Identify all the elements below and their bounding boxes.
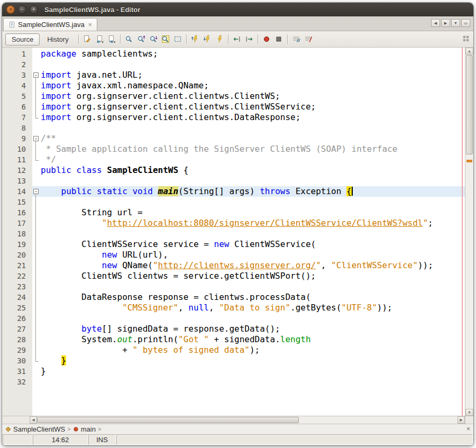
- code-line-1[interactable]: 1package sampleclientws;: [2, 49, 465, 59]
- code-line-6[interactable]: 6import org.signserver.client.clientws.C…: [2, 102, 465, 112]
- source-view-button[interactable]: Source: [5, 33, 40, 45]
- code-text: public static void main(String[] args) t…: [41, 186, 465, 197]
- toolbar-separator: [258, 34, 258, 44]
- toolbar-options-icon[interactable]: [462, 35, 471, 43]
- code-line-10[interactable]: 10 * Sample application calling the Sign…: [2, 144, 465, 154]
- history-view-button[interactable]: History: [41, 34, 74, 45]
- uncomment-icon[interactable]: [303, 33, 314, 45]
- code-line-22[interactable]: 22 ClientWS clientws = service.getClient…: [2, 271, 465, 281]
- error-stripe-mark[interactable]: [466, 160, 472, 162]
- code-line-11[interactable]: 11 */: [2, 154, 465, 165]
- back-icon[interactable]: [94, 33, 105, 45]
- code-line-19[interactable]: 19 ClientWSService service = new ClientW…: [2, 239, 465, 250]
- code-line-21[interactable]: 21 new QName("http://clientws.signserver…: [2, 260, 465, 271]
- find-selection-icon[interactable]: [123, 33, 135, 45]
- code-line-28[interactable]: 28 System.out.println("Got " + signedDat…: [2, 334, 465, 345]
- scroll-left-icon[interactable]: ◀: [30, 416, 37, 424]
- code-lines[interactable]: 1package sampleclientws;23-import java.n…: [2, 48, 465, 416]
- code-line-15[interactable]: 15: [2, 197, 465, 207]
- code-line-20[interactable]: 20 new URL(url),: [2, 250, 465, 260]
- code-token: [] signedData = response.getData();: [102, 324, 280, 334]
- titlebar[interactable]: × − + SampleClientWS.java - Editor: [2, 3, 473, 16]
- toggle-highlight-icon[interactable]: [160, 33, 171, 45]
- code-token: [91, 186, 97, 196]
- horizontal-scrollbar[interactable]: ◀ ▶: [30, 416, 465, 424]
- horizontal-scrollbar-track[interactable]: [37, 416, 457, 424]
- code-line-29[interactable]: 29 + " bytes of signed data");: [2, 345, 465, 355]
- fold-margin[interactable]: -: [32, 133, 41, 144]
- code-line-14[interactable]: 14- public static void main(String[] arg…: [2, 186, 465, 197]
- code-line-9[interactable]: 9-/**: [2, 133, 465, 144]
- tab-sampleclientws[interactable]: SampleClientWS.java ×: [3, 18, 97, 31]
- code-text: import java.net.URL;: [41, 70, 465, 80]
- comment-icon[interactable]: [290, 33, 302, 45]
- fold-margin[interactable]: -: [32, 70, 41, 80]
- window-minimize-button[interactable]: −: [18, 5, 26, 14]
- code-line-27[interactable]: 27 byte[] signedData = response.getData(…: [2, 324, 465, 334]
- code-line-12[interactable]: 12public class SampleClientWS {: [2, 165, 465, 176]
- code-token: http://localhost:8080/signserver/ClientW…: [107, 218, 423, 228]
- previous-bookmark-icon[interactable]: [189, 33, 201, 45]
- tab-list-dropdown-button[interactable]: ▼: [451, 19, 460, 27]
- code-text: [41, 59, 465, 70]
- code-line-18[interactable]: 18: [2, 228, 465, 239]
- scroll-tabs-left-button[interactable]: ◀: [431, 19, 440, 27]
- code-line-31[interactable]: 31}: [2, 366, 465, 377]
- code-token: import: [41, 112, 71, 122]
- scroll-tabs-right-button[interactable]: ▶: [441, 19, 450, 27]
- code-line-8[interactable]: 8: [2, 123, 465, 133]
- toggle-bookmark-icon[interactable]: [214, 33, 225, 45]
- scroll-right-icon[interactable]: ▶: [457, 416, 465, 424]
- fold-collapse-icon[interactable]: -: [33, 189, 39, 194]
- code-text: [41, 123, 465, 133]
- code-line-4[interactable]: 4import javax.xml.namespace.QName;: [2, 80, 465, 91]
- scroll-up-icon[interactable]: ▲: [465, 48, 473, 54]
- code-line-26[interactable]: 26: [2, 313, 465, 324]
- code-token: ": [153, 260, 158, 270]
- find-next-icon[interactable]: [148, 33, 159, 45]
- start-macro-recording-icon[interactable]: [261, 33, 272, 45]
- fold-guide-line: [35, 260, 36, 271]
- breadcrumb-item-class[interactable]: SampleClientWS: [5, 425, 65, 433]
- find-previous-icon[interactable]: [135, 33, 147, 45]
- fold-margin: [32, 355, 41, 366]
- code-line-13[interactable]: 13: [2, 176, 465, 186]
- window-maximize-button[interactable]: +: [30, 5, 38, 14]
- breadcrumb-item-method[interactable]: main: [73, 425, 96, 433]
- fold-collapse-icon[interactable]: -: [33, 72, 39, 78]
- breadcrumb-close-icon[interactable]: ×: [466, 426, 470, 432]
- vertical-scrollbar[interactable]: ▲ ▼: [465, 48, 473, 416]
- horizontal-scrollbar-thumb[interactable]: [37, 417, 299, 423]
- last-edit-icon[interactable]: [81, 33, 93, 45]
- code-line-2[interactable]: 2: [2, 59, 465, 70]
- vertical-scrollbar-thumb[interactable]: [466, 55, 473, 154]
- forward-icon[interactable]: [106, 33, 117, 45]
- code-token: package: [41, 49, 76, 59]
- fold-guide-line: [35, 324, 36, 334]
- vertical-scrollbar-track[interactable]: [465, 54, 473, 409]
- code-line-17[interactable]: 17 "http://localhost:8080/signserver/Cli…: [2, 218, 465, 228]
- code-token: "ClientWSService": [331, 260, 418, 270]
- code-line-23[interactable]: 23: [2, 281, 465, 292]
- stop-macro-recording-icon[interactable]: [273, 33, 285, 45]
- fold-margin[interactable]: -: [32, 186, 41, 197]
- window-close-button[interactable]: ×: [6, 5, 15, 14]
- toggle-rectangular-selection-icon[interactable]: [172, 33, 184, 45]
- code-line-24[interactable]: 24 DataResponse response = clientws.proc…: [2, 292, 465, 303]
- fold-collapse-icon[interactable]: -: [33, 136, 39, 141]
- code-line-16[interactable]: 16 String url =: [2, 207, 465, 218]
- code-token: .println(: [132, 334, 178, 344]
- shift-line-right-icon[interactable]: [243, 33, 255, 45]
- scroll-down-icon[interactable]: ▼: [465, 409, 473, 416]
- code-line-5[interactable]: 5import org.signserver.client.clientws.C…: [2, 91, 465, 102]
- code-line-32[interactable]: 32: [2, 377, 465, 387]
- maximize-document-button[interactable]: ▭: [461, 19, 470, 27]
- shift-line-left-icon[interactable]: [231, 33, 243, 45]
- code-line-25[interactable]: 25 "CMSSigner", null, "Data to sign".get…: [2, 303, 465, 313]
- next-bookmark-icon[interactable]: [202, 33, 213, 45]
- class-icon: [5, 426, 11, 432]
- tab-close-icon[interactable]: ×: [88, 21, 92, 29]
- code-line-30[interactable]: 30 }: [2, 355, 465, 366]
- code-line-7[interactable]: 7import org.signserver.client.clientws.D…: [2, 112, 465, 123]
- code-line-3[interactable]: 3-import java.net.URL;: [2, 70, 465, 80]
